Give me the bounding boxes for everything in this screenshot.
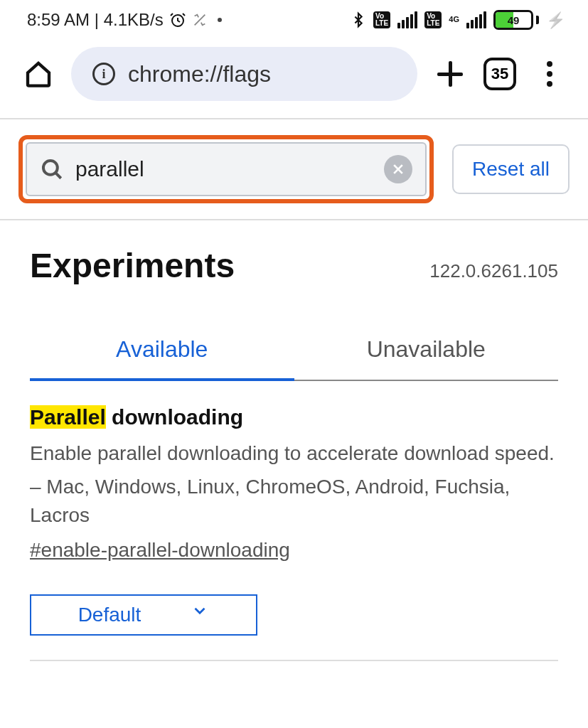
new-tab-button[interactable] <box>433 57 467 91</box>
status-time-speed: 8:59 AM | 4.1KB/s <box>27 10 164 30</box>
flag-title: Parallel downloading <box>30 405 558 429</box>
home-icon <box>24 60 53 88</box>
volte-badge-1: VoLTE <box>373 11 390 28</box>
tab-count-label: 35 <box>483 58 516 90</box>
tab-available[interactable]: Available <box>30 321 294 381</box>
plus-icon <box>437 61 463 87</box>
charging-icon <box>546 10 565 30</box>
tab-bar: Available Unavailable <box>30 321 558 381</box>
flag-dropdown-value: Default <box>78 604 141 626</box>
flag-id-link[interactable]: #enable-parallel-downloading <box>30 539 290 562</box>
browser-toolbar: i chrome://flags 35 <box>0 37 588 118</box>
search-highlight-frame <box>18 135 434 203</box>
search-row: Reset all <box>0 119 588 219</box>
tab-unavailable[interactable]: Unavailable <box>294 321 559 380</box>
info-icon: i <box>92 63 115 85</box>
page-header: Experiments 122.0.6261.105 <box>0 220 588 304</box>
reset-all-button[interactable]: Reset all <box>452 144 570 194</box>
search-input[interactable] <box>75 157 373 181</box>
signal-bars-icon-1 <box>397 11 417 28</box>
svg-line-2 <box>56 173 61 178</box>
flag-separator <box>30 660 558 661</box>
flag-title-rest: downloading <box>106 405 243 429</box>
svg-point-1 <box>43 161 58 175</box>
version-label: 122.0.6261.105 <box>429 260 558 282</box>
status-bar: 8:59 AM | 4.1KB/s VoLTE VoLTE 4G 49 <box>0 0 588 37</box>
kebab-icon <box>547 61 552 87</box>
battery-indicator: 49 <box>493 10 539 30</box>
menu-button[interactable] <box>533 57 567 91</box>
home-button[interactable] <box>21 57 55 91</box>
bluetooth-icon <box>351 10 366 30</box>
dot-separator-icon <box>218 18 222 22</box>
alarm-icon <box>169 11 186 28</box>
clear-search-button[interactable] <box>384 155 412 183</box>
flag-dropdown[interactable]: Default <box>30 594 257 636</box>
flag-title-highlight: Parallel <box>30 405 106 429</box>
page-title: Experiments <box>30 246 235 285</box>
shortcut-icon <box>192 12 208 28</box>
flag-description-line1: Enable parallel downloading to accelerat… <box>30 439 558 469</box>
search-box[interactable] <box>26 142 427 196</box>
tab-switcher-button[interactable]: 35 <box>483 57 517 91</box>
chevron-down-icon <box>191 601 209 625</box>
signal-bars-icon-2 <box>466 11 486 28</box>
network-4g-label: 4G <box>449 16 459 23</box>
flag-entry: Parallel downloading Enable parallel dow… <box>0 381 588 636</box>
search-icon <box>40 157 64 181</box>
close-icon <box>391 162 405 176</box>
volte-badge-2: VoLTE <box>424 11 442 28</box>
url-text: chrome://flags <box>128 61 271 87</box>
flag-description-line2: – Mac, Windows, Linux, ChromeOS, Android… <box>30 473 558 530</box>
address-bar[interactable]: i chrome://flags <box>71 47 417 101</box>
